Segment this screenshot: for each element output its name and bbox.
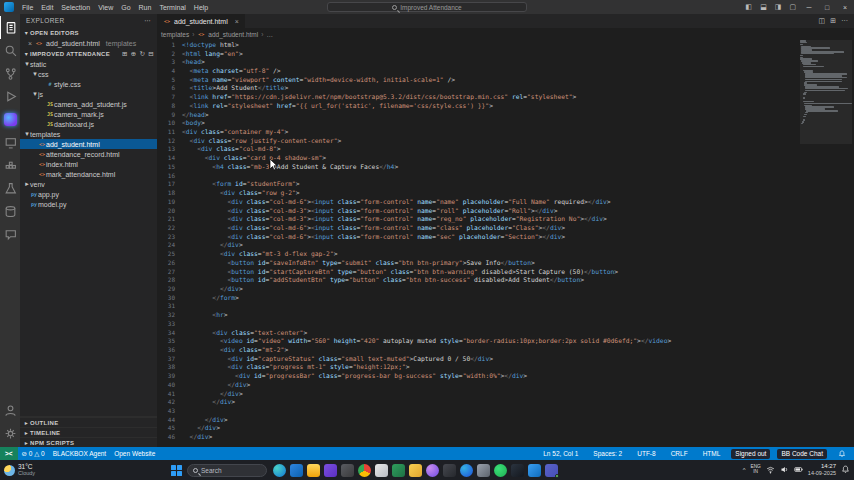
taskbar-clock[interactable]: 14:27 14-09-2025 <box>808 463 836 476</box>
activity-docker[interactable] <box>0 154 20 177</box>
tree-item-model-py[interactable]: pymodel.py <box>20 199 157 209</box>
status-signed-out[interactable]: Signed out <box>731 449 770 459</box>
status-open-website[interactable]: Open Website <box>110 447 159 460</box>
tree-item-static[interactable]: ▾static <box>20 59 157 69</box>
collapse-all-icon[interactable]: ⊟ <box>148 50 154 58</box>
open-editor-item[interactable]: ×<>add_student.htmltemplates <box>20 38 157 48</box>
tab-add-student-html[interactable]: <> add_student.html × <box>157 14 246 28</box>
toggle-sidebar-icon[interactable]: ◧ <box>742 3 757 11</box>
taskbar-app-copilot[interactable] <box>273 464 286 477</box>
taskbar-app-chrome[interactable] <box>358 464 371 477</box>
taskbar-app-file-explorer[interactable] <box>307 464 320 477</box>
breadcrumb-folder[interactable]: templates <box>161 31 189 38</box>
taskbar-app-outlook[interactable] <box>290 464 303 477</box>
tree-item-add_student-html[interactable]: <>add_student.html <box>20 139 157 149</box>
tree-item-index-html[interactable]: <>index.html <box>20 159 157 169</box>
menu-file[interactable]: File <box>18 4 37 11</box>
tree-item-dashboard-js[interactable]: JSdashboard.js <box>20 119 157 129</box>
menu-help[interactable]: Help <box>190 4 212 11</box>
new-folder-icon[interactable]: ⊕ <box>131 50 137 58</box>
project-section[interactable]: ▾ IMPROVED ATTENDANCE ⊞⊕↻⊟ <box>20 48 157 59</box>
activity-run-debug[interactable] <box>0 85 20 108</box>
taskbar-app-copilot-app[interactable] <box>426 464 439 477</box>
activity-account[interactable] <box>0 399 20 422</box>
taskbar-app-vscode[interactable] <box>528 464 541 477</box>
taskbar-app-terminal[interactable] <box>511 464 524 477</box>
tree-item-attendance_record-html[interactable]: <>attendance_record.html <box>20 149 157 159</box>
command-center[interactable]: Improved Attendance <box>327 2 527 12</box>
activity-database[interactable] <box>0 200 20 223</box>
menu-run[interactable]: Run <box>135 4 156 11</box>
menu-selection[interactable]: Selection <box>57 4 94 11</box>
taskbar-app-office-files[interactable] <box>409 464 422 477</box>
start-button[interactable] <box>170 464 183 477</box>
status-cursor-position[interactable]: Ln 52, Col 1 <box>539 447 582 460</box>
split-editor-icon[interactable]: ◫ <box>819 17 826 25</box>
menu-go[interactable]: Go <box>117 4 134 11</box>
section-npm-scripts[interactable]: ▸NPM SCRIPTS <box>20 437 157 447</box>
taskbar-search[interactable]: Search <box>187 464 267 477</box>
status-eol[interactable]: CRLF <box>667 447 692 460</box>
status-notifications[interactable] <box>834 447 850 460</box>
tree-item-js[interactable]: ▾js <box>20 89 157 99</box>
more-actions-icon[interactable]: ⋯ <box>841 17 848 25</box>
explorer-more-actions-icon[interactable]: ⋯ <box>144 17 151 25</box>
tree-item-app-py[interactable]: pyapp.py <box>20 189 157 199</box>
status-remote-indicator[interactable]: >< <box>0 447 18 460</box>
activity-settings[interactable] <box>0 422 20 445</box>
tree-item-css[interactable]: ▾css <box>20 69 157 79</box>
tree-item-templates[interactable]: ▾templates <box>20 129 157 139</box>
activity-chat[interactable] <box>0 223 20 246</box>
breadcrumb-file[interactable]: add_student.html <box>208 31 258 38</box>
status-problems[interactable]: ⊘ 0 △ 0 <box>18 447 49 460</box>
menu-terminal[interactable]: Terminal <box>155 4 189 11</box>
taskbar-app-whatsapp[interactable] <box>494 464 507 477</box>
new-file-icon[interactable]: ⊞ <box>122 50 128 58</box>
activity-testing[interactable] <box>0 177 20 200</box>
section-outline[interactable]: ▸OUTLINE <box>20 417 157 427</box>
open-preview-icon[interactable]: ⊞ <box>830 17 836 25</box>
status-encoding[interactable]: UTF-8 <box>633 447 659 460</box>
activity-source-control[interactable] <box>0 62 20 85</box>
breadcrumb[interactable]: templates › <> add_student.html › … <box>157 28 854 40</box>
maximize-button[interactable]: □ <box>818 0 836 14</box>
close-icon[interactable]: × <box>28 40 32 47</box>
minimap-slider[interactable] <box>800 40 852 144</box>
tree-item-venv[interactable]: ▸venv <box>20 179 157 189</box>
tree-item-mark_attendance-html[interactable]: <>mark_attendance.html <box>20 169 157 179</box>
wifi-icon[interactable] <box>766 465 775 474</box>
status-language-mode[interactable]: HTML <box>699 447 725 460</box>
activity-search[interactable] <box>0 39 20 62</box>
menu-view[interactable]: View <box>94 4 117 11</box>
tree-item-camera_add_student-js[interactable]: JScamera_add_student.js <box>20 99 157 109</box>
customize-layout-icon[interactable]: ▢ <box>785 3 800 11</box>
activity-blackbox-ai[interactable] <box>0 108 20 131</box>
tab-close-icon[interactable]: × <box>235 18 239 25</box>
language-switcher[interactable]: ENG IN <box>750 465 760 475</box>
taskbar-app-calculator[interactable] <box>375 464 388 477</box>
section-timeline[interactable]: ▸TIMELINE <box>20 427 157 437</box>
minimap[interactable] <box>800 40 852 447</box>
toggle-secondary-sidebar-icon[interactable]: ◨ <box>771 3 786 11</box>
activity-remote-explorer[interactable] <box>0 131 20 154</box>
notification-center[interactable] <box>841 465 850 474</box>
code-editor[interactable]: 1<!doctype html>2<html lang="en">3<head>… <box>157 40 796 447</box>
taskbar-app-excel[interactable] <box>392 464 405 477</box>
taskbar-app-photos[interactable] <box>477 464 490 477</box>
tray-overflow-icon[interactable]: ^ <box>743 467 746 473</box>
status-indentation[interactable]: Spaces: 2 <box>589 447 626 460</box>
taskbar-app-snipping-tool[interactable] <box>443 464 456 477</box>
minimize-button[interactable]: ─ <box>800 0 818 14</box>
toggle-panel-icon[interactable]: ⬓ <box>756 3 771 11</box>
tree-item-style-css[interactable]: #style.css <box>20 79 157 89</box>
status-blackbox[interactable]: BLACKBOX Agent <box>49 447 110 460</box>
activity-explorer[interactable] <box>0 16 20 39</box>
taskbar-app-edge[interactable] <box>460 464 473 477</box>
open-editors-section[interactable]: ▾ OPEN EDITORS <box>20 27 157 38</box>
status-bb-code-chat[interactable]: BB Code Chat <box>777 449 827 459</box>
refresh-icon[interactable]: ↻ <box>140 50 146 58</box>
taskbar-app-teams[interactable] <box>545 464 558 477</box>
taskbar-app-settings[interactable] <box>341 464 354 477</box>
close-button[interactable]: × <box>836 0 854 14</box>
battery-icon[interactable] <box>794 465 803 474</box>
